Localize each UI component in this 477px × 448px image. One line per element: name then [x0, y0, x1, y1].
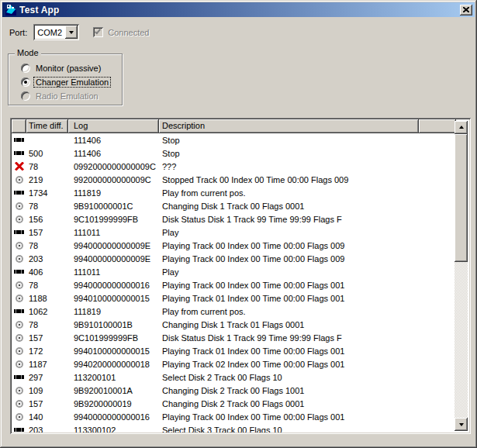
port-combobox[interactable]: COM2: [33, 24, 79, 40]
table-row[interactable]: 109 9B920010001A Changing Disk 2 Track 0…: [12, 384, 456, 397]
radio-label-radio: Radio Emulation: [34, 91, 100, 101]
combo-dropdown-button[interactable]: [65, 26, 78, 39]
time-diff-cell: 157: [26, 399, 68, 408]
port-row: Port: COM2 Connected: [9, 24, 149, 40]
command-icon: [14, 138, 24, 142]
time-diff-cell: 297: [26, 373, 68, 382]
time-diff-cell: 140: [26, 412, 68, 422]
radio-option-monitor[interactable]: Monitor (passive): [21, 63, 102, 74]
log-cell: 9940200000000018: [68, 360, 159, 369]
table-row[interactable]: 500 111406 Stop: [12, 146, 456, 160]
scroll-up-icon: [459, 123, 464, 129]
table-row[interactable]: 203 994000000000009E Playing Track 00 In…: [12, 252, 456, 265]
description-cell: Stop: [159, 149, 456, 158]
description-cell: Play from current pos.: [159, 307, 456, 316]
log-cell: 0992000000000009C: [68, 162, 159, 171]
log-cell: 111011: [68, 228, 159, 237]
header-col-icon[interactable]: [12, 119, 26, 133]
table-row[interactable]: 1187 9940200000000018 Playing Track 02 I…: [12, 357, 456, 370]
table-row[interactable]: 1734 111819 Play from current pos.: [12, 186, 456, 199]
log-table-viewport: Time diff. Log Description 111406 Stop 5…: [12, 119, 469, 432]
scrollbar-thumb[interactable]: [455, 134, 468, 262]
close-icon: [463, 7, 469, 12]
description-cell: Stopped Track 00 Index 00 Time 00:00 Fla…: [159, 175, 456, 184]
description-cell: Playing Track 01 Index 00 Time 00:00 Fla…: [159, 294, 456, 303]
log-cell: 9B910000001C: [68, 202, 159, 211]
time-diff-cell: 78: [26, 162, 68, 171]
table-row[interactable]: 297 113200101 Select Disk 2 Track 00 Fla…: [12, 370, 456, 384]
disc-icon: [16, 176, 23, 184]
header-col-time-diff[interactable]: Time diff.: [26, 119, 68, 133]
description-cell: Playing Track 00 Index 00 Time 00:00 Fla…: [159, 241, 456, 250]
table-row[interactable]: 78 994000000000009E Playing Track 00 Ind…: [12, 239, 456, 252]
description-cell: Select Disk 2 Track 00 Flags 10: [159, 373, 456, 382]
description-cell: Playing Track 00 Index 00 Time 00:00 Fla…: [159, 281, 456, 290]
connected-checkbox: [93, 27, 103, 37]
disc-icon: [16, 255, 23, 263]
time-diff-cell: 1188: [26, 294, 68, 303]
close-button[interactable]: [460, 5, 472, 16]
log-cell: 9940000000000016: [68, 281, 159, 290]
header-col-description[interactable]: Description: [159, 119, 419, 133]
connected-label: Connected: [108, 28, 149, 37]
time-diff-cell: 78: [26, 241, 68, 250]
description-cell: Changing Disk 2 Track 00 Flags 1001: [159, 386, 456, 395]
titlebar[interactable]: Test App: [2, 2, 475, 17]
table-row[interactable]: 78 9940000000000016 Playing Track 00 Ind…: [12, 278, 456, 291]
log-cell: 9940000000000016: [68, 412, 159, 422]
port-label: Port:: [9, 28, 27, 37]
table-row[interactable]: 111406 Stop: [12, 133, 456, 146]
disc-icon: [16, 334, 23, 342]
disc-icon: [16, 202, 23, 210]
radio-button-icon[interactable]: [21, 64, 30, 73]
table-row[interactable]: 406 111011 Play: [12, 265, 456, 278]
table-row[interactable]: 203 113300102 Select Disk 3 Track 00 Fla…: [12, 423, 456, 432]
table-row[interactable]: 157 9C101999999FB Disk Status Disk 1 Tra…: [12, 331, 456, 344]
log-cell: 9B9200000019: [68, 399, 159, 408]
radio-label-changer[interactable]: Changer Emulation: [34, 78, 110, 87]
log-cell: 113200101: [68, 373, 159, 382]
table-row[interactable]: 157 111011 Play: [12, 226, 456, 239]
disc-icon: [16, 242, 23, 250]
description-cell: Stop: [159, 136, 456, 145]
radio-option-changer[interactable]: Changer Emulation: [21, 77, 110, 88]
table-row[interactable]: 219 992000000000009C Stopped Track 00 In…: [12, 173, 456, 186]
time-diff-cell: 78: [26, 320, 68, 329]
time-diff-cell: 1062: [26, 307, 68, 316]
app-icon: [5, 4, 17, 16]
header-col-log[interactable]: Log: [68, 119, 159, 133]
table-row[interactable]: 78 9B910000001C Changing Disk 1 Track 00…: [12, 199, 456, 212]
table-row[interactable]: 78 0992000000000009C ???: [12, 160, 456, 173]
time-diff-cell: 406: [26, 267, 68, 277]
checkmark-icon: [95, 28, 101, 35]
table-row[interactable]: 172 9940100000000015 Playing Track 01 In…: [12, 344, 456, 357]
log-rows: 111406 Stop 500 111406 Stop 78 099200000…: [12, 133, 456, 432]
radio-option-radio: Radio Emulation: [21, 91, 100, 102]
vertical-scrollbar[interactable]: [455, 121, 468, 431]
log-cell: 994000000000009E: [68, 254, 159, 264]
radio-button-icon[interactable]: [21, 78, 30, 87]
description-cell: Changing Disk 2 Track 00 Flags 0001: [159, 399, 456, 408]
table-row[interactable]: 156 9C101999999FB Disk Status Disk 1 Tra…: [12, 212, 456, 226]
mode-groupbox-label: Mode: [15, 48, 41, 57]
header-col-filler[interactable]: [419, 119, 456, 133]
log-cell: 111406: [68, 149, 159, 158]
scroll-up-button[interactable]: [455, 121, 468, 134]
scroll-down-button[interactable]: [455, 418, 468, 431]
port-combobox-value: COM2: [37, 28, 62, 37]
table-row[interactable]: 1188 9940100000000015 Playing Track 01 I…: [12, 291, 456, 305]
log-cell: 9B920010001A: [68, 386, 159, 395]
table-row[interactable]: 78 9B910100001B Changing Disk 1 Track 01…: [12, 318, 456, 331]
command-icon: [14, 309, 24, 313]
disc-icon: [16, 387, 23, 395]
command-icon: [14, 270, 24, 274]
time-diff-cell: 172: [26, 346, 68, 356]
table-row[interactable]: 157 9B9200000019 Changing Disk 2 Track 0…: [12, 397, 456, 410]
disc-icon: [16, 360, 23, 368]
scroll-down-icon: [459, 423, 464, 429]
radio-label-monitor[interactable]: Monitor (passive): [34, 64, 102, 73]
table-row[interactable]: 140 9940000000000016 Playing Track 00 In…: [12, 410, 456, 423]
mode-groupbox: Mode Monitor (passive) Changer Emulation…: [8, 53, 123, 105]
table-row[interactable]: 1062 111819 Play from current pos.: [12, 305, 456, 318]
log-table-header: Time diff. Log Description: [12, 119, 456, 133]
